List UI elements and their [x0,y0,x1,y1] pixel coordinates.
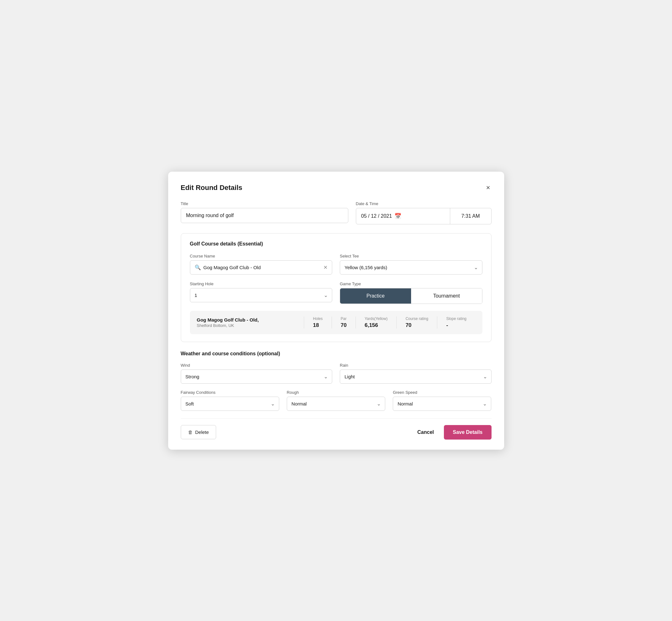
cancel-button[interactable]: Cancel [415,425,436,439]
stat-par: Par 70 [332,317,355,329]
green-speed-label: Green Speed [393,390,491,395]
modal-title: Edit Round Details [181,184,243,192]
green-speed-dropdown[interactable]: Normal Fast Slow [393,397,491,411]
starting-hole-wrap: 1 2 10 ⌄ [190,288,333,302]
hole-gametype-row: Starting Hole 1 2 10 ⌄ Game Type Practic… [190,282,482,304]
golf-course-section: Golf Course details (Essential) Course N… [181,233,492,342]
course-rating-label: Course rating [406,317,428,321]
trash-icon: 🗑 [188,429,193,435]
title-label: Title [181,201,348,206]
select-tee-group: Select Tee Yellow (6,156 yards) White (6… [340,254,482,275]
rough-select-wrap: Normal Long Short ⌄ [287,397,385,411]
top-row: Title Date & Time 05 / 12 / 2021 📅 7:31 … [181,201,492,224]
rough-group: Rough Normal Long Short ⌄ [287,390,385,411]
starting-hole-group: Starting Hole 1 2 10 ⌄ [190,282,333,304]
select-tee-dropdown[interactable]: Yellow (6,156 yards) White (6,500 yards)… [340,260,482,275]
starting-hole-label: Starting Hole [190,282,333,286]
search-icon: 🔍 [195,264,201,271]
course-stats: Holes 18 Par 70 Yards(Yellow) 6,156 Cour… [304,317,475,329]
course-name-input-wrap[interactable]: 🔍 ✕ [190,260,333,275]
rain-label: Rain [340,363,492,368]
stat-course-rating: Course rating 70 [396,317,437,329]
select-tee-wrap: Yellow (6,156 yards) White (6,500 yards)… [340,260,482,275]
wind-dropdown[interactable]: Strong Light Moderate None [181,370,333,384]
slope-rating-value: - [446,322,448,329]
edit-round-modal: Edit Round Details × Title Date & Time 0… [168,172,504,450]
footer-right: Cancel Save Details [415,425,492,440]
weather-section: Weather and course conditions (optional)… [181,351,492,411]
practice-button[interactable]: Practice [340,288,411,303]
save-button[interactable]: Save Details [444,425,491,440]
course-clear-icon[interactable]: ✕ [323,264,328,271]
title-input[interactable] [181,208,348,223]
stat-slope-rating: Slope rating - [437,317,475,329]
rough-dropdown[interactable]: Normal Long Short [287,397,385,411]
time-input-wrap[interactable]: 7:31 AM [450,208,491,224]
holes-label: Holes [313,317,323,321]
footer-row: 🗑 Delete Cancel Save Details [181,418,492,440]
game-type-toggle: Practice Tournament [340,288,482,304]
starting-hole-dropdown[interactable]: 1 2 10 [190,288,333,302]
game-type-label: Game Type [340,282,482,286]
datetime-inputs: 05 / 12 / 2021 📅 7:31 AM [356,208,492,224]
rough-label: Rough [287,390,385,395]
par-label: Par [341,317,347,321]
rain-select-wrap: Light None Moderate Heavy ⌄ [340,370,492,384]
rain-dropdown[interactable]: Light None Moderate Heavy [340,370,492,384]
conditions-row: Fairway Conditions Soft Normal Hard Wet … [181,390,492,411]
datetime-label: Date & Time [356,201,492,206]
weather-title: Weather and course conditions (optional) [181,351,492,357]
date-input-wrap[interactable]: 05 / 12 / 2021 📅 [356,208,450,224]
game-type-group: Game Type Practice Tournament [340,282,482,304]
course-info-name: Gog Magog Golf Club - Old, Shelford Bott… [197,317,304,328]
course-info-location: Shelford Bottom, UK [197,323,304,328]
date-value: 05 / 12 / 2021 [361,213,392,219]
modal-header: Edit Round Details × [181,183,492,193]
course-rating-value: 70 [406,322,411,329]
fairway-label: Fairway Conditions [181,390,279,395]
green-speed-select-wrap: Normal Fast Slow ⌄ [393,397,491,411]
golf-course-section-title: Golf Course details (Essential) [190,241,482,247]
yards-value: 6,156 [365,322,378,329]
fairway-select-wrap: Soft Normal Hard Wet ⌄ [181,397,279,411]
slope-rating-label: Slope rating [446,317,466,321]
course-name-input[interactable] [204,265,321,270]
wind-rain-row: Wind Strong Light Moderate None ⌄ Rain L… [181,363,492,384]
course-info-card: Gog Magog Golf Club - Old, Shelford Bott… [190,311,482,334]
wind-select-wrap: Strong Light Moderate None ⌄ [181,370,333,384]
yards-label: Yards(Yellow) [365,317,388,321]
holes-value: 18 [313,322,319,329]
time-value: 7:31 AM [461,213,480,219]
course-name-group: Course Name 🔍 ✕ [190,254,333,275]
fairway-group: Fairway Conditions Soft Normal Hard Wet … [181,390,279,411]
delete-button[interactable]: 🗑 Delete [181,425,216,439]
par-value: 70 [341,322,347,329]
delete-label: Delete [195,429,209,435]
stat-yards: Yards(Yellow) 6,156 [355,317,396,329]
stat-holes: Holes 18 [304,317,332,329]
green-speed-group: Green Speed Normal Fast Slow ⌄ [393,390,491,411]
tournament-button[interactable]: Tournament [411,288,482,303]
course-info-name-text: Gog Magog Golf Club - Old, [197,317,304,323]
close-button[interactable]: × [485,183,492,193]
wind-label: Wind [181,363,333,368]
select-tee-label: Select Tee [340,254,482,258]
course-tee-row: Course Name 🔍 ✕ Select Tee Yellow (6,156… [190,254,482,275]
fairway-dropdown[interactable]: Soft Normal Hard Wet [181,397,279,411]
datetime-field-group: Date & Time 05 / 12 / 2021 📅 7:31 AM [356,201,492,224]
title-field-group: Title [181,201,348,224]
rain-group: Rain Light None Moderate Heavy ⌄ [340,363,492,384]
calendar-icon: 📅 [394,213,401,220]
wind-group: Wind Strong Light Moderate None ⌄ [181,363,333,384]
course-name-label: Course Name [190,254,333,258]
